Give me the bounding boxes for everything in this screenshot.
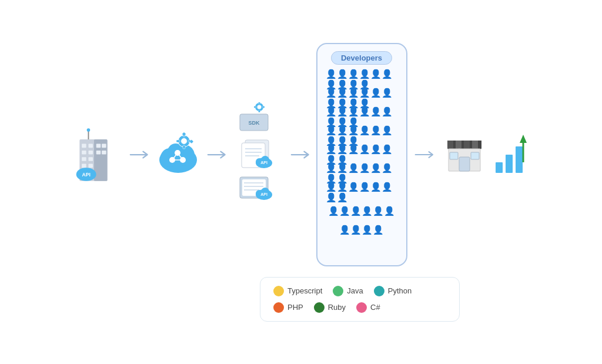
canvas: API xyxy=(0,0,602,364)
svg-rect-8 xyxy=(82,163,86,168)
building-block: API xyxy=(72,122,125,187)
svg-rect-64 xyxy=(456,141,461,149)
dev-row-9: 👤👤👤👤 xyxy=(339,221,384,239)
svg-text:SDK: SDK xyxy=(248,120,260,126)
dev-row-3: 👤👤👤👤👤👤👤👤👤 xyxy=(326,108,398,126)
legend-row-1: Typescript Java Python xyxy=(273,286,446,296)
svg-rect-72 xyxy=(506,155,513,173)
arrow-1 xyxy=(129,149,150,161)
building-icon: API xyxy=(73,122,123,187)
svg-rect-66 xyxy=(472,141,478,149)
typescript-dot xyxy=(273,286,284,296)
ruby-dot xyxy=(314,302,325,313)
java-label: Java xyxy=(347,286,363,295)
legend-python: Python xyxy=(374,286,412,296)
arrow-2 xyxy=(207,149,228,161)
svg-rect-11 xyxy=(102,143,106,148)
svg-rect-13 xyxy=(102,150,106,154)
svg-rect-9 xyxy=(88,163,93,168)
php-label: PHP xyxy=(287,303,303,312)
svg-rect-65 xyxy=(464,141,470,149)
growth-chart-icon xyxy=(493,130,531,179)
svg-rect-70 xyxy=(471,152,479,159)
svg-rect-31 xyxy=(183,145,185,149)
dev-row-2: 👤👤👤👤👤👤👤👤👤👤 xyxy=(326,89,398,107)
dev-row-5: 👤👤👤👤👤👤👤👤 xyxy=(326,146,398,163)
svg-rect-68 xyxy=(459,157,470,171)
store-icon xyxy=(443,130,487,179)
legend-php: PHP xyxy=(273,302,303,313)
svg-rect-39 xyxy=(259,110,260,112)
legend-java: Java xyxy=(333,286,363,296)
svg-rect-32 xyxy=(176,140,180,142)
svg-rect-63 xyxy=(447,141,453,149)
legend-csharp: C# xyxy=(356,302,380,313)
svg-rect-2 xyxy=(82,143,86,148)
hub-icon xyxy=(153,129,203,179)
svg-rect-4 xyxy=(82,150,86,154)
main-diagram-row: API xyxy=(72,43,531,266)
legend-box: Typescript Java Python PHP Rub xyxy=(260,277,460,322)
svg-rect-12 xyxy=(96,150,101,154)
arrow-4 xyxy=(414,149,436,161)
svg-marker-75 xyxy=(520,135,527,143)
docs-block: SDK xyxy=(233,102,286,206)
svg-rect-7 xyxy=(88,157,93,161)
legend-row-2: PHP Ruby C# xyxy=(273,302,446,313)
svg-text:API: API xyxy=(260,161,267,165)
python-label: Python xyxy=(388,286,412,295)
csharp-dot xyxy=(356,302,367,313)
svg-point-29 xyxy=(181,138,187,144)
arrow-3 xyxy=(290,149,312,161)
svg-rect-6 xyxy=(82,157,86,161)
svg-rect-38 xyxy=(259,102,260,104)
typescript-label: Typescript xyxy=(287,286,322,295)
svg-rect-73 xyxy=(516,146,523,173)
php-dot xyxy=(273,302,284,313)
svg-point-15 xyxy=(87,128,91,132)
dev-row-4: 👤👤👤👤👤👤👤👤👤 xyxy=(326,127,398,145)
svg-rect-71 xyxy=(496,162,503,173)
svg-rect-3 xyxy=(88,143,93,148)
svg-rect-10 xyxy=(96,143,101,148)
api-doc-1: API xyxy=(237,138,281,171)
developers-panel: Developers 👤👤👤👤👤👤👤👤👤👤 👤👤👤👤👤👤👤👤👤👤 👤👤👤👤👤👤👤… xyxy=(316,43,407,266)
developers-title: Developers xyxy=(331,51,392,65)
dev-row-1: 👤👤👤👤👤👤👤👤👤👤 xyxy=(326,71,398,88)
dev-row-6: 👤👤👤👤👤👤👤👤 xyxy=(326,165,398,182)
java-dot xyxy=(333,286,343,296)
svg-text:API: API xyxy=(82,172,91,178)
svg-rect-40 xyxy=(254,106,256,108)
python-dot xyxy=(374,286,384,296)
dev-row-7: 👤👤👤👤👤👤👤👤 xyxy=(326,183,398,201)
legend-typescript: Typescript xyxy=(273,286,322,296)
ruby-label: Ruby xyxy=(328,303,346,312)
sdk-item: SDK xyxy=(237,102,281,135)
svg-rect-69 xyxy=(450,152,458,159)
svg-point-37 xyxy=(257,105,262,109)
store-growth-block xyxy=(443,130,531,179)
svg-rect-5 xyxy=(88,150,93,154)
legend-ruby: Ruby xyxy=(314,302,346,313)
csharp-label: C# xyxy=(370,303,380,312)
svg-text:API: API xyxy=(260,192,267,196)
hub-block xyxy=(155,129,202,179)
api-doc-2: API xyxy=(237,174,281,206)
svg-rect-41 xyxy=(262,106,265,108)
dev-row-8: 👤👤👤👤👤👤 xyxy=(328,202,395,220)
